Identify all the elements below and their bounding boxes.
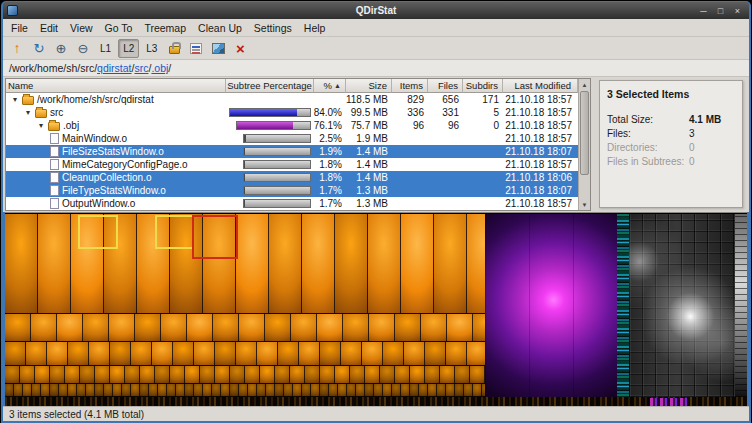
- table-row[interactable]: ▾/work/home/sh/src/qdirstat118.5 MB82965…: [6, 93, 578, 106]
- treemap-tile: [317, 314, 343, 341]
- zoom-in-button[interactable]: ⊕: [51, 39, 71, 58]
- breadcrumb-link-qdirstat[interactable]: qdirstat: [97, 62, 131, 74]
- scrollbar-thumb[interactable]: [580, 91, 589, 175]
- breadcrumb-link--obj[interactable]: .obj: [151, 62, 168, 74]
- treemap-tile: [257, 342, 278, 365]
- expand-arrow-icon[interactable]: ▾: [11, 93, 19, 106]
- expand-arrow-icon[interactable]: ▾: [37, 119, 45, 132]
- menu-item-edit[interactable]: Edit: [34, 21, 64, 35]
- treemap-tile: [125, 366, 140, 383]
- treemap-tile: [185, 384, 194, 396]
- treemap-toggle-button[interactable]: [208, 39, 228, 58]
- expand-level-1-button[interactable]: L1: [95, 39, 116, 58]
- file-stats-button[interactable]: [186, 39, 206, 58]
- treemap-tile: [77, 384, 86, 396]
- table-row[interactable]: MimeCategoryConfigPage.o1.8%1.4 MB21.10.…: [6, 158, 578, 171]
- column-header-size[interactable]: Size: [346, 79, 392, 93]
- app-icon: [7, 5, 18, 16]
- column-header-files[interactable]: Files: [428, 79, 463, 93]
- scroll-down-icon[interactable]: ▼: [579, 199, 590, 210]
- titlebar[interactable]: QDirStat ─□×: [3, 2, 749, 19]
- table-row[interactable]: ▾src84.0%99.5 MB336331521.10.18 18:57: [6, 106, 578, 119]
- files-cell: 96: [428, 119, 463, 132]
- treemap-tile: [365, 384, 374, 396]
- zoom-out-icon: ⊖: [78, 42, 89, 55]
- column-header-label: Items: [400, 80, 423, 91]
- menu-item-clean-up[interactable]: Clean Up: [192, 21, 248, 35]
- treemap-tile: [50, 366, 65, 383]
- lock-button[interactable]: [164, 39, 184, 58]
- modified-cell: 21.10.18 18:57: [503, 197, 578, 210]
- treemap-tile: [278, 342, 299, 365]
- files-cell: 656: [428, 93, 463, 106]
- table-row[interactable]: FileTypeStatsWindow.o1.7%1.3 MB21.10.18 …: [6, 184, 578, 197]
- details-panel: 3 Selected Items Total Size:4.1 MBFiles:…: [599, 80, 743, 208]
- item-name: .obj: [63, 119, 79, 132]
- item-name: MimeCategoryConfigPage.o: [62, 158, 188, 171]
- treemap-tile: [269, 214, 302, 313]
- tree-scrollbar[interactable]: ▲ ▼: [578, 79, 590, 210]
- maximize-button[interactable]: □: [714, 5, 727, 17]
- table-row[interactable]: MainWindow.o2.5%1.9 MB21.10.18 18:57: [6, 132, 578, 145]
- percent-cell: 84.0%: [314, 106, 346, 119]
- column-header-subdirs[interactable]: Subdirs: [463, 79, 503, 93]
- breadcrumb: /work/home/sh/src/qdirstat/src/.obj/: [3, 60, 749, 77]
- expand-level-2-button[interactable]: L2: [118, 39, 139, 58]
- close-button[interactable]: ×: [731, 5, 744, 17]
- breadcrumb-link-src[interactable]: src: [134, 62, 148, 74]
- menu-item-help[interactable]: Help: [298, 21, 332, 35]
- percent-cell: 1.9%: [314, 145, 346, 158]
- table-row[interactable]: OutputWindow.o1.7%1.3 MB21.10.18 18:57: [6, 197, 578, 210]
- name-cell: ▾.obj: [6, 119, 226, 132]
- menu-item-go-to[interactable]: Go To: [99, 21, 139, 35]
- table-row[interactable]: ▾.obj76.1%75.7 MB9696021.10.18 18:57: [6, 119, 578, 132]
- file-icon: [50, 172, 59, 183]
- item-name: CleanupCollection.o: [62, 171, 152, 184]
- treemap-tile: [5, 384, 14, 396]
- treemap-tile: [447, 314, 473, 341]
- column-header-name[interactable]: Name: [6, 79, 226, 93]
- treemap-tile: [239, 314, 265, 341]
- qdirstat-window: QDirStat ─□× FileEditViewGo ToTreemapCle…: [1, 1, 751, 423]
- name-cell: MainWindow.o: [6, 132, 226, 145]
- details-value: 3: [689, 128, 695, 139]
- column-header-subtree-percentage[interactable]: Subtree Percentage: [226, 79, 314, 93]
- percent-bar-cell: [226, 106, 314, 119]
- percent-bar-fill: [230, 109, 297, 116]
- menu-item-file[interactable]: File: [5, 21, 34, 35]
- treemap-tile: [173, 342, 194, 365]
- subdirs-cell: [463, 184, 503, 197]
- treemap[interactable]: [5, 212, 747, 406]
- percent-bar-fill: [237, 122, 293, 129]
- folder-icon: [48, 122, 60, 131]
- refresh-button[interactable]: ↻: [29, 39, 49, 58]
- menu-item-view[interactable]: View: [64, 21, 99, 35]
- menu-item-treemap[interactable]: Treemap: [138, 21, 192, 35]
- column-header-last-modified[interactable]: Last Modified: [503, 79, 578, 93]
- treemap-tile: [473, 314, 485, 341]
- details-label: Files:: [607, 128, 689, 139]
- stop-button[interactable]: ×: [230, 39, 250, 58]
- scroll-up-icon[interactable]: ▲: [579, 79, 590, 90]
- expand-level-3-button[interactable]: L3: [141, 39, 162, 58]
- column-header-items[interactable]: Items: [392, 79, 428, 93]
- files-cell: [428, 171, 463, 184]
- expand-arrow-icon[interactable]: ▾: [24, 106, 32, 119]
- treemap-tile: [446, 384, 455, 396]
- item-name: MainWindow.o: [62, 132, 127, 145]
- table-row[interactable]: FileSizeStatsWindow.o1.9%1.4 MB21.10.18 …: [6, 145, 578, 158]
- percent-bar-cell: [226, 119, 314, 132]
- treemap-tile: [167, 384, 176, 396]
- treemap-tile: [401, 384, 410, 396]
- minimize-button[interactable]: ─: [697, 5, 710, 17]
- percent-bar-track: [236, 121, 311, 130]
- percent-bar-fill: [244, 135, 246, 142]
- go-up-button[interactable]: ↑: [7, 39, 27, 58]
- table-header: NameSubtree Percentage%▲SizeItemsFilesSu…: [6, 79, 578, 93]
- name-cell: FileTypeStatsWindow.o: [6, 184, 226, 197]
- zoom-out-button[interactable]: ⊖: [73, 39, 93, 58]
- menu-item-settings[interactable]: Settings: [248, 21, 298, 35]
- table-row[interactable]: CleanupCollection.o1.8%1.4 MB21.10.18 18…: [6, 171, 578, 184]
- zoom-in-icon: ⊕: [56, 42, 67, 55]
- column-header--[interactable]: %▲: [314, 79, 346, 93]
